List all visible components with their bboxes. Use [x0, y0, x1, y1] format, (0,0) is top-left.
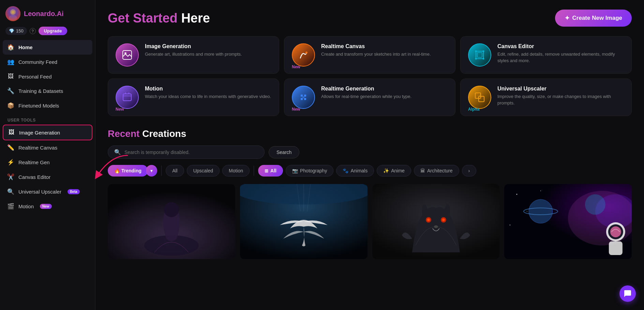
svg-point-1 [10, 9, 16, 15]
credits-row: 💎 150 ? Upgrade [0, 25, 95, 40]
filter-trending-dropdown[interactable]: ▾ [146, 165, 157, 177]
card-badge-alpha: Alpha [468, 107, 479, 112]
sidebar-item-personal-feed[interactable]: 🖼 Personal Feed [3, 69, 92, 84]
feature-card-canvas-editor[interactable]: Canvas Editor Edit, refine, add details,… [460, 36, 632, 74]
help-icon[interactable]: ? [30, 28, 36, 34]
card-title: Motion [145, 86, 271, 92]
image-thumbnail[interactable] [240, 184, 368, 259]
filter-upscaled[interactable]: Upscaled [187, 165, 220, 177]
building-icon: 🏛 [420, 168, 425, 173]
sidebar-item-label: Home [18, 44, 33, 50]
svg-rect-19 [304, 98, 306, 100]
svg-point-35 [442, 219, 445, 221]
create-new-image-button[interactable]: ✦ Create New Image [555, 10, 632, 27]
svg-point-36 [434, 225, 438, 228]
avatar [5, 6, 20, 21]
sidebar: Leonardo.Ai 💎 150 ? Upgrade 🏠 Home 👥 Com… [0, 0, 95, 310]
card-info-canvas-editor: Canvas Editor Edit, refine, add details,… [497, 43, 624, 64]
filter-anime[interactable]: ✨ Anime [377, 165, 411, 177]
models-icon: 📦 [7, 102, 14, 109]
sidebar-item-label: Community Feed [18, 59, 57, 65]
card-desc: Edit, refine, add details, remove unwant… [497, 51, 624, 64]
sidebar-item-community-feed[interactable]: 👥 Community Feed [3, 55, 92, 69]
beta-badge: Beta [68, 189, 80, 194]
realtime-icon: ⚡ [7, 159, 14, 166]
card-info-image-generation: Image Generation Generate art, illustrat… [145, 43, 271, 58]
sidebar-item-label: Realtime Gen [18, 159, 50, 165]
filter-separator-2 [254, 166, 254, 176]
recent-creations-section: Recent Creations 🔍 Search 🔥 Trending ▾ A… [108, 128, 632, 259]
credits-amount: 150 [16, 28, 24, 33]
upscaler-icon: 🔍 [7, 188, 14, 195]
feature-card-motion[interactable]: Motion Watch your ideas come to life in … [108, 79, 279, 116]
svg-point-39 [527, 211, 527, 212]
sidebar-item-label: Universal Upscaler [18, 189, 61, 195]
filter-all-2[interactable]: ⊞ All [258, 165, 283, 177]
sidebar-item-canvas-editor[interactable]: ✂️ Canvas Editor [3, 170, 92, 184]
sidebar-item-finetuned-models[interactable]: 📦 Finetuned Models [3, 98, 92, 113]
image-thumbnail[interactable] [372, 184, 500, 259]
sidebar-item-universal-upscaler[interactable]: 🔍 Universal Upscaler Beta [3, 184, 92, 199]
sidebar-item-motion[interactable]: 🎬 Motion New [3, 199, 92, 214]
sidebar-item-label: Canvas Editor [18, 174, 50, 180]
filter-trending[interactable]: 🔥 Trending [108, 165, 148, 177]
create-button-label: Create New Image [572, 15, 622, 22]
filter-motion[interactable]: Motion [222, 165, 250, 177]
feature-card-universal-upscaler[interactable]: Universal Upscaler Improve the quality, … [460, 79, 632, 116]
feature-card-realtime-generation[interactable]: Realtime Generation Allows for real-time… [284, 79, 455, 116]
svg-rect-16 [301, 95, 303, 97]
card-icon-realtime-generation [292, 86, 315, 109]
filter-more[interactable]: › [462, 165, 477, 177]
feature-card-image-generation[interactable]: Image Generation Generate art, illustrat… [108, 36, 279, 74]
image-thumbnail[interactable] [108, 184, 235, 259]
svg-point-40 [540, 191, 541, 191]
sidebar-item-label: Realtime Canvas [18, 145, 57, 151]
training-icon: 🔧 [7, 87, 14, 95]
credits-badge: 💎 150 [5, 27, 27, 35]
svg-rect-50 [609, 241, 623, 255]
sidebar-nav: 🏠 Home 👥 Community Feed 🖼 Personal Feed … [0, 40, 95, 310]
sidebar-item-image-generation[interactable]: 🖼 Image Generation [3, 125, 92, 140]
search-button[interactable]: Search [269, 146, 299, 158]
image-thumbnail[interactable] [504, 184, 632, 259]
sparkle-icon: ✦ [565, 14, 570, 22]
card-desc: Generate art, illustrations and more wit… [145, 51, 271, 58]
card-info-motion: Motion Watch your ideas come to life in … [145, 86, 271, 100]
recent-creations-title: Recent Creations [108, 128, 632, 139]
search-row: 🔍 Search [108, 145, 632, 159]
sidebar-item-home[interactable]: 🏠 Home [3, 40, 92, 55]
svg-rect-12 [123, 94, 131, 101]
upgrade-button[interactable]: Upgrade [39, 27, 68, 35]
chat-button[interactable] [619, 285, 636, 302]
card-desc: Improve the quality, size, or make chang… [497, 94, 624, 107]
svg-point-41 [510, 225, 511, 226]
svg-point-10 [475, 58, 477, 60]
chevron-right-icon: › [468, 168, 470, 173]
filter-separator-1 [161, 166, 162, 176]
card-info-universal-upscaler: Universal Upscaler Improve the quality, … [497, 86, 624, 107]
search-input-wrap: 🔍 [108, 145, 265, 159]
svg-point-8 [475, 51, 477, 52]
card-icon-canvas-editor [468, 43, 491, 67]
filter-architecture[interactable]: 🏛 Architecture [414, 165, 459, 177]
image-grid [108, 184, 632, 259]
svg-rect-18 [301, 98, 303, 100]
sidebar-item-training-datasets[interactable]: 🔧 Training & Datasets [3, 84, 92, 98]
feature-card-realtime-canvas[interactable]: Realtime Canvas Create and transform you… [284, 36, 455, 74]
filter-photography[interactable]: 📷 Photography [286, 165, 333, 177]
sidebar-item-realtime-canvas[interactable]: ✏️ Realtime Canvas [3, 140, 92, 155]
sidebar-item-label: Motion [18, 203, 34, 209]
sidebar-item-realtime-gen[interactable]: ⚡ Realtime Gen [3, 155, 92, 170]
svg-point-44 [585, 194, 605, 215]
svg-point-5 [305, 52, 308, 54]
card-info-realtime-generation: Realtime Generation Allows for real-time… [321, 86, 448, 100]
svg-point-34 [427, 219, 430, 221]
search-input[interactable] [124, 150, 258, 155]
camera-icon: 📷 [292, 168, 298, 173]
filter-animals[interactable]: 🐾 Animals [336, 165, 374, 177]
main-content: Get Started Here ✦ Create New Image Imag… [95, 0, 644, 310]
card-info-realtime-canvas: Realtime Canvas Create and transform you… [321, 43, 448, 58]
filter-all-1[interactable]: All [166, 165, 184, 177]
canvas-icon: ✏️ [7, 144, 14, 151]
card-icon-motion [116, 86, 139, 109]
